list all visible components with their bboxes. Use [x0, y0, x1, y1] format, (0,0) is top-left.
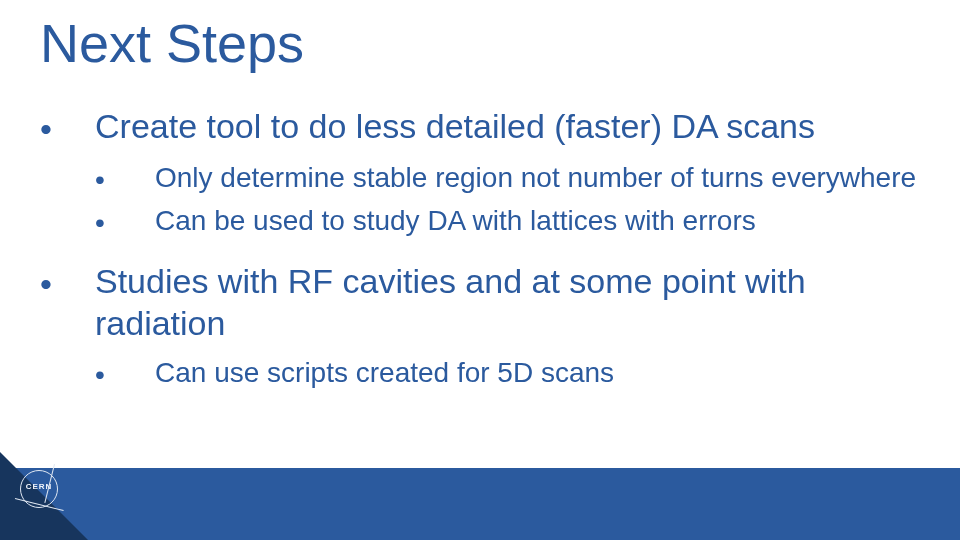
list-item: • Studies with RF cavities and at some p…: [40, 260, 930, 345]
footer-bar: [0, 468, 960, 540]
bullet-icon: •: [40, 105, 95, 150]
list-item: • Create tool to do less detailed (faste…: [40, 105, 930, 150]
slide-title: Next Steps: [40, 12, 304, 74]
cern-logo-icon: CERN: [18, 468, 60, 510]
bullet-icon: •: [40, 260, 95, 305]
bullet-icon: •: [95, 160, 155, 197]
bullet-icon: •: [95, 203, 155, 240]
list-item-text: Can use scripts created for 5D scans: [155, 355, 614, 390]
list-item: • Can be used to study DA with lattices …: [95, 203, 930, 240]
slide-content: • Create tool to do less detailed (faste…: [40, 105, 930, 412]
sub-list: • Can use scripts created for 5D scans: [95, 355, 930, 392]
list-item-text: Only determine stable region not number …: [155, 160, 916, 195]
slide: Next Steps • Create tool to do less deta…: [0, 0, 960, 540]
sub-list: • Only determine stable region not numbe…: [95, 160, 930, 240]
list-item-text: Create tool to do less detailed (faster)…: [95, 105, 815, 148]
cern-logo-text: CERN: [18, 482, 60, 491]
list-item-text: Studies with RF cavities and at some poi…: [95, 260, 930, 345]
list-item: • Can use scripts created for 5D scans: [95, 355, 930, 392]
bullet-icon: •: [95, 355, 155, 392]
list-item: • Only determine stable region not numbe…: [95, 160, 930, 197]
list-item-text: Can be used to study DA with lattices wi…: [155, 203, 756, 238]
